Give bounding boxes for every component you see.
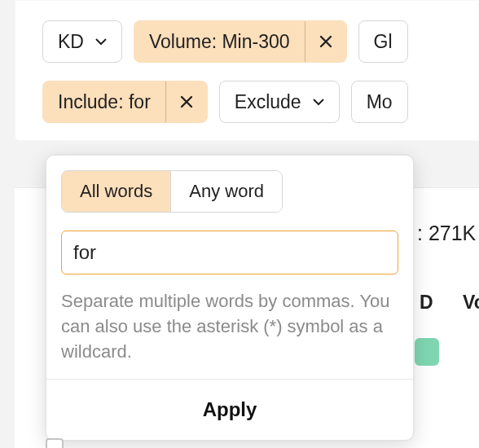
- exclude-filter[interactable]: Exclude: [219, 81, 340, 123]
- include-hint-text: Separate multiple words by commas. You c…: [61, 289, 398, 364]
- include-filter-clear[interactable]: [166, 94, 207, 109]
- filter-row-1: KD Volume: Min-300 Gl: [42, 20, 479, 63]
- kd-filter-label: KD: [58, 31, 84, 53]
- any-word-tab[interactable]: Any word: [171, 171, 282, 212]
- all-words-tab[interactable]: All words: [62, 171, 170, 212]
- volume-filter-clear[interactable]: [305, 34, 346, 49]
- global-filter[interactable]: Gl: [358, 20, 408, 63]
- include-filter-popover: All words Any word Separate multiple wor…: [46, 155, 414, 441]
- filter-bar: KD Volume: Min-300 Gl Include: for Exclu…: [15, 0, 479, 141]
- include-filter-label: Include: for: [43, 81, 165, 122]
- column-header-volume[interactable]: Vo: [463, 292, 479, 314]
- include-filter[interactable]: Include: for: [42, 81, 208, 123]
- column-header-kd[interactable]: D: [420, 292, 433, 314]
- volume-filter-label: Volume: Min-300: [134, 21, 305, 62]
- word-match-toggle: All words Any word: [61, 170, 283, 213]
- close-icon: [319, 34, 333, 49]
- kd-score-pill: [415, 338, 439, 366]
- caret-down-icon: [313, 98, 324, 106]
- global-filter-label: Gl: [374, 31, 393, 53]
- caret-down-icon: [95, 37, 107, 46]
- kd-filter[interactable]: KD: [42, 20, 122, 63]
- total-volume-label: : 271K: [417, 222, 476, 245]
- include-words-input[interactable]: [61, 231, 398, 275]
- apply-bar: Apply: [46, 379, 413, 440]
- row-checkbox[interactable]: [46, 438, 64, 448]
- more-filter[interactable]: Mo: [351, 81, 408, 123]
- volume-filter[interactable]: Volume: Min-300: [134, 20, 347, 63]
- exclude-filter-label: Exclude: [235, 91, 301, 113]
- filter-row-2: Include: for Exclude Mo: [42, 81, 479, 123]
- more-filter-label: Mo: [367, 91, 393, 113]
- close-icon: [179, 94, 194, 109]
- apply-button[interactable]: Apply: [198, 397, 262, 422]
